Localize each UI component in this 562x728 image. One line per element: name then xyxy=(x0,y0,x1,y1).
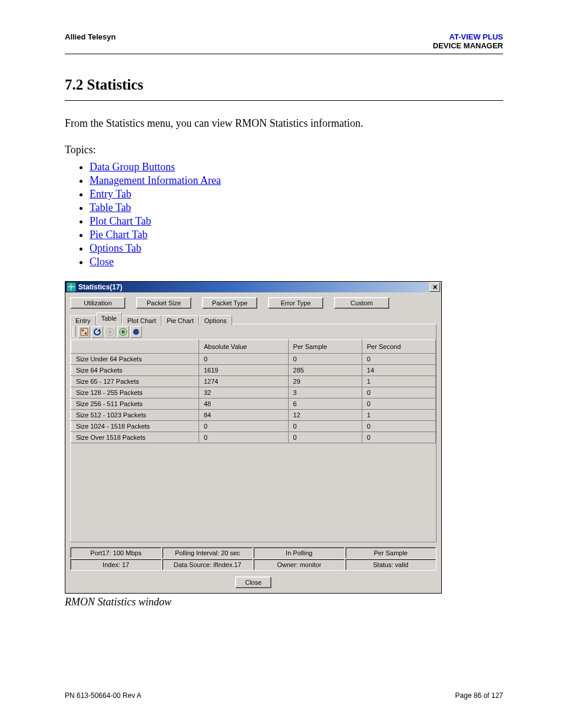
tab-plot-chart[interactable]: Plot Chart xyxy=(122,315,161,325)
tab-bar: Entry Table Plot Chart Pie Chart Options xyxy=(65,312,441,324)
table-row: Size 128 - 255 Packets3230 xyxy=(71,387,436,398)
close-icon[interactable]: ✕ xyxy=(429,282,440,292)
svg-rect-1 xyxy=(82,330,84,331)
status-data-source: Data Source: ifIndex.17 xyxy=(162,559,254,571)
status-polling-interval: Polling Interval: 20 sec xyxy=(162,547,254,559)
table-row: Size Under 64 Packets000 xyxy=(71,354,436,365)
refresh-icon[interactable] xyxy=(91,326,103,338)
section-divider xyxy=(65,100,503,101)
table-header-row: Absolute Value Per Sample Per Second xyxy=(71,340,436,354)
col-per-sample[interactable]: Per Sample xyxy=(288,340,362,354)
svg-rect-0 xyxy=(81,328,88,335)
topics-label: Topics: xyxy=(65,144,503,156)
custom-button[interactable]: Custom xyxy=(334,297,389,309)
statistics-table: Absolute Value Per Sample Per Second Siz… xyxy=(71,340,436,443)
pie-icon[interactable] xyxy=(130,326,142,338)
col-per-second[interactable]: Per Second xyxy=(362,340,435,354)
topic-link[interactable]: Close xyxy=(90,256,114,268)
topic-link[interactable]: Data Group Buttons xyxy=(90,161,175,173)
packet-size-button[interactable]: Packet Size xyxy=(136,297,191,309)
toolbar xyxy=(71,325,436,340)
footer-right: Page 86 of 127 xyxy=(455,691,503,700)
status-owner: Owner: monitor xyxy=(253,559,345,571)
close-button[interactable]: Close xyxy=(235,577,272,588)
stop-icon[interactable] xyxy=(117,326,129,338)
topics-list: Data Group Buttons Management Informatio… xyxy=(78,161,503,268)
window-title: Statistics(17) xyxy=(78,283,123,291)
table-row: Size 256 - 511 Packets4860 xyxy=(71,398,436,410)
intro-text: From the Statistics menu, you can view R… xyxy=(65,117,503,130)
table-row: Size 512 - 1023 Packets84121 xyxy=(71,410,436,421)
table-row: Size Over 1518 Packets000 xyxy=(71,432,436,443)
app-icon xyxy=(67,282,76,292)
topic-link[interactable]: Table Tab xyxy=(90,202,131,213)
status-status: Status: valid xyxy=(345,559,437,571)
export-icon[interactable] xyxy=(78,326,90,338)
packet-type-button[interactable]: Packet Type xyxy=(202,297,257,309)
titlebar: Statistics(17) ✕ xyxy=(65,282,441,292)
error-type-button[interactable]: Error Type xyxy=(268,297,323,309)
figure-caption: RMON Statistics window xyxy=(65,596,503,608)
topic-link[interactable]: Plot Chart Tab xyxy=(90,215,151,227)
tab-options[interactable]: Options xyxy=(199,315,232,325)
page-header: Allied Telesyn AT-VIEW PLUS DEVICE MANAG… xyxy=(65,32,503,54)
toolbar-grip xyxy=(72,326,76,337)
table-row: Size 65 - 127 Packets1274291 xyxy=(71,376,436,387)
topic-link[interactable]: Entry Tab xyxy=(90,188,131,200)
table-row: Size 1024 - 1518 Packets000 xyxy=(71,421,436,432)
header-product: AT-VIEW PLUS xyxy=(433,32,503,41)
footer-left: PN 613-50664-00 Rev A xyxy=(65,691,141,700)
header-left: Allied Telesyn xyxy=(65,32,115,41)
status-polling-state: In Polling xyxy=(253,547,345,559)
statistics-window: Statistics(17) ✕ Utilization Packet Size… xyxy=(65,281,442,594)
col-blank xyxy=(71,340,199,354)
page-footer: PN 613-50664-00 Rev A Page 86 of 127 xyxy=(65,691,503,700)
topic-link[interactable]: Options Tab xyxy=(90,242,141,254)
header-subproduct: DEVICE MANAGER xyxy=(433,41,503,50)
section-title: 7.2 Statistics xyxy=(65,77,503,93)
play-icon[interactable] xyxy=(104,326,116,338)
col-absolute[interactable]: Absolute Value xyxy=(199,340,289,354)
tab-panel: Absolute Value Per Sample Per Second Siz… xyxy=(70,324,437,542)
svg-rect-5 xyxy=(122,331,125,334)
tab-entry[interactable]: Entry xyxy=(70,315,96,325)
status-mode: Per Sample xyxy=(345,547,437,559)
data-group-buttons: Utilization Packet Size Packet Type Erro… xyxy=(65,292,441,312)
topic-link[interactable]: Pie Chart Tab xyxy=(90,229,147,241)
status-grid: Port17: 100 Mbps Polling Interval: 20 se… xyxy=(70,547,437,571)
utilization-button[interactable]: Utilization xyxy=(70,297,125,309)
tab-table[interactable]: Table xyxy=(96,312,122,324)
topic-link[interactable]: Management Information Area xyxy=(90,174,221,186)
svg-rect-2 xyxy=(85,332,87,334)
status-index: Index: 17 xyxy=(70,559,162,571)
status-port: Port17: 100 Mbps xyxy=(70,547,162,559)
table-row: Size 64 Packets161928514 xyxy=(71,365,436,376)
tab-pie-chart[interactable]: Pie Chart xyxy=(161,315,199,325)
